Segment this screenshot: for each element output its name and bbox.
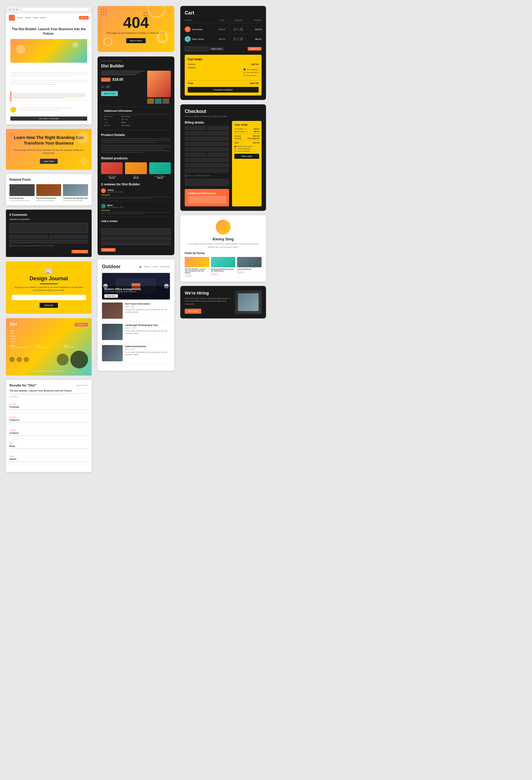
billing-checkbox-row: Ship to a different address? (185, 175, 229, 177)
billing-address-input[interactable] (185, 142, 229, 146)
comment-textarea[interactable] (9, 223, 88, 233)
nav-cta-btn[interactable]: Get Divi (79, 16, 89, 19)
social-instagram-icon[interactable] (23, 357, 29, 362)
product-thumb-1[interactable] (147, 98, 154, 104)
coupon-input[interactable] (185, 46, 208, 51)
featured-post-desc: Far far away, behind the word mountains. (104, 291, 168, 292)
browser-dot-3 (16, 9, 18, 11)
outdoor-nav-travel[interactable]: Travel (153, 265, 158, 268)
search-result-5: Blog Blog (9, 442, 88, 452)
review-submit-btn[interactable]: Post Review (101, 248, 116, 252)
banner-btn[interactable]: Learn More (40, 159, 58, 164)
billing-state-input[interactable] (208, 153, 229, 157)
comment-website-input[interactable] (9, 240, 88, 243)
footer-nav-careers[interactable]: Careers (9, 341, 88, 342)
billing-country-input[interactable] (185, 137, 229, 141)
social-twitter-icon[interactable] (16, 357, 22, 362)
result-link-1[interactable]: Read More (9, 396, 88, 398)
author-post-link-1[interactable]: Read More (185, 275, 209, 277)
billing-email-input[interactable] (185, 168, 229, 173)
detail-line (101, 147, 171, 148)
qty-decrease-2[interactable]: - (233, 37, 237, 41)
billing-checkbox[interactable] (185, 175, 187, 177)
footer-nav-about[interactable]: About (9, 333, 88, 334)
outdoor-nav-adventure[interactable]: Adventure (160, 265, 170, 268)
billing-order-notes-input[interactable] (185, 179, 229, 186)
billing-last-name-input[interactable] (208, 126, 229, 130)
billing-postcode-input[interactable] (185, 158, 229, 162)
detail-line (101, 150, 171, 151)
review-textarea[interactable] (101, 228, 171, 236)
product-thumb-2[interactable] (155, 98, 162, 104)
qty-increase-1[interactable]: + (240, 28, 243, 31)
post-image-2 (36, 184, 61, 196)
desc-line (101, 71, 145, 71)
cart-subtotal-value: $107.00 (251, 63, 259, 65)
billing-phone-input[interactable] (185, 163, 229, 167)
review-line (101, 198, 150, 199)
footer-section: Divi Contact Us Home About Portfolio Con… (6, 318, 92, 376)
featured-post-btn[interactable]: Read More (104, 294, 118, 298)
outdoor-nav-all[interactable]: All (139, 265, 142, 268)
comment-name-input[interactable] (9, 235, 48, 239)
author-post-link-2[interactable]: Read More (211, 274, 235, 275)
page-404-card: 404 The page you are looking for is brok… (98, 6, 174, 52)
journal-subscribe-btn[interactable]: Subscribe (40, 303, 58, 308)
reviewer-info-1: James April - October 13, 2022 (107, 189, 123, 193)
payment-radio-cash[interactable] (234, 150, 236, 152)
order-item-2: Extra Theme × 1 $89.00 (234, 131, 259, 133)
qty-increase-2[interactable]: + (240, 37, 243, 41)
shipping-radio-free[interactable] (244, 68, 246, 70)
related-posts-title: Related Posts (9, 178, 88, 181)
billing-city-state-row (185, 153, 229, 157)
add-to-cart-btn[interactable]: Add To Cart (101, 91, 118, 96)
quote-line (14, 94, 85, 95)
cart-item-qty-2: - 1 + (231, 37, 245, 41)
footer-nav-portfolio[interactable]: Portfolio (9, 335, 88, 337)
page-404-btn[interactable]: Return Home (126, 38, 146, 43)
comment-submit-btn[interactable]: Post Comment (71, 250, 88, 253)
shipping-option-flat: Flat rate: $5.00 (244, 71, 259, 73)
review-email-input[interactable] (101, 242, 171, 245)
search-result-2: Portfolio Portfolio (9, 403, 88, 413)
cart-header: Product Price Quantity Subtotal (185, 19, 262, 23)
billing-city-input[interactable] (185, 153, 206, 157)
shipping-radio-local[interactable] (244, 74, 246, 76)
footer-nav-contact[interactable]: Contact (9, 338, 88, 340)
billing-first-name-input[interactable] (185, 126, 206, 130)
posts-by-author: Posts by Kenny The Divi Builder: Launch … (185, 252, 262, 277)
star-rating-input[interactable]: ☆ ☆ ☆ ☆ ☆ (101, 225, 171, 227)
billing-address2-input[interactable] (185, 147, 229, 151)
shipping-label-flat: Flat rate: $5.00 (247, 71, 259, 73)
billing-company-input[interactable] (185, 131, 229, 135)
footer-contact-btn[interactable]: Contact Us (74, 323, 88, 327)
blog-small-content-2: Landscape Photography Tips June 12, 2023… (125, 324, 170, 340)
author-bio: Lorem ipsum dolor sit amet, consectetur … (185, 242, 262, 249)
payment-radio-check[interactable] (234, 148, 236, 150)
payment-radio-bank[interactable] (234, 145, 236, 147)
browser-bar (6, 6, 92, 13)
author-post-link-3[interactable]: Read More (237, 272, 262, 274)
mockup-cta-btn[interactable]: Learn More To Subscribe (10, 116, 87, 120)
body-line (10, 74, 87, 75)
payment-option-cash: Cash on delivery (234, 150, 259, 152)
journal-email-input[interactable] (12, 295, 86, 300)
body-line (10, 82, 87, 83)
social-facebook-icon[interactable] (9, 357, 15, 362)
proceed-to-checkout-btn[interactable]: Proceed to checkout (188, 87, 259, 93)
comment-email-input[interactable] (49, 235, 88, 239)
apply-coupon-btn[interactable]: Apply coupon (210, 47, 224, 51)
product-thumb-3[interactable] (163, 98, 169, 104)
outdoor-nav-nature[interactable]: Nature (144, 265, 150, 268)
qty-decrease-1[interactable]: - (233, 28, 237, 31)
footer-nav-home[interactable]: Home (9, 330, 88, 332)
additional-info-textarea[interactable] (188, 196, 226, 203)
shipping-radio-flat[interactable] (244, 71, 246, 73)
update-cart-btn[interactable]: Update cart (248, 47, 262, 51)
additional-info-title: Additional information (104, 109, 168, 112)
comment-checkbox[interactable] (9, 245, 12, 247)
place-order-btn[interactable]: Place order (234, 154, 259, 159)
hiring-btn[interactable]: View Jobs (185, 309, 201, 314)
blog-small-image-shore (102, 345, 123, 361)
review-name-input[interactable] (101, 237, 171, 240)
